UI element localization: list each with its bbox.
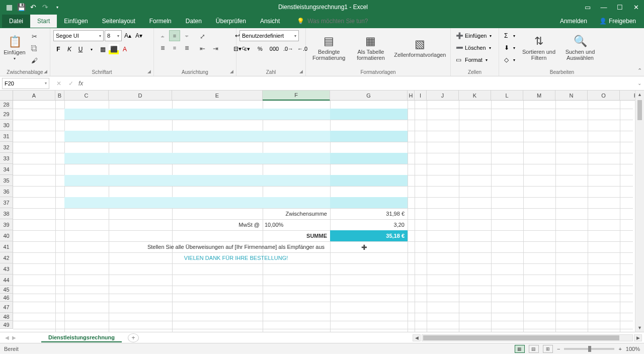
number-launcher[interactable]: ◢ xyxy=(298,68,304,74)
clear-button[interactable]: ◇▾ xyxy=(502,54,517,65)
expand-formula-bar-button[interactable]: ⌄ xyxy=(635,80,644,86)
col-header-K[interactable]: K xyxy=(459,90,491,101)
tab-formulas[interactable]: Formeln xyxy=(142,15,179,28)
conditional-formatting-button[interactable]: ▤ Bedingte Formatierung xyxy=(309,30,349,65)
undo-icon[interactable]: ↶ xyxy=(28,2,38,12)
hscroll-right-button[interactable]: ▶ xyxy=(634,334,642,341)
sheet-nav-prev-button[interactable]: ◀ xyxy=(5,335,9,340)
underline-more-icon[interactable]: ▾ xyxy=(87,44,97,54)
tab-home[interactable]: Start xyxy=(30,15,57,28)
fill-color-button[interactable]: ⬛ xyxy=(109,44,119,54)
align-center-button[interactable]: ≡ xyxy=(169,42,180,53)
increase-font-button[interactable]: A▴ xyxy=(123,31,133,41)
col-header-O[interactable]: O xyxy=(588,90,620,101)
sheet-tab-active[interactable]: Dienstleistungsrechnung xyxy=(41,333,122,342)
scroll-up-button[interactable]: ▲ xyxy=(635,90,644,99)
row-header-48[interactable]: 48 xyxy=(0,313,13,321)
row-header-31[interactable]: 31 xyxy=(0,131,13,142)
share-button[interactable]: 👤 Freigeben xyxy=(594,16,641,27)
zoom-out-button[interactable]: − xyxy=(557,346,560,352)
tab-pagelayout[interactable]: Seitenlayout xyxy=(95,15,142,28)
orientation-button[interactable]: ⤢ xyxy=(196,31,208,41)
font-size-combo[interactable]: 8▾ xyxy=(105,30,122,41)
zoom-in-button[interactable]: + xyxy=(618,346,621,352)
col-header-M[interactable]: M xyxy=(523,90,555,101)
align-middle-button[interactable]: ≡ xyxy=(169,30,180,41)
hscroll-thumb[interactable] xyxy=(423,335,619,340)
autosum-button[interactable]: Σ▾ xyxy=(502,30,517,41)
row-header-42[interactable]: 42 xyxy=(0,252,13,263)
formula-input[interactable] xyxy=(86,78,635,89)
zoom-level[interactable]: 100% xyxy=(626,346,640,352)
horizontal-scrollbar[interactable] xyxy=(422,334,633,341)
fill-button[interactable]: ⬇▾ xyxy=(502,42,517,53)
row-header-38[interactable]: 38 xyxy=(0,208,13,219)
collapse-ribbon-button[interactable]: ⌃ xyxy=(637,67,642,74)
sheet-nav-next-button[interactable]: ▶ xyxy=(12,335,16,340)
col-header-D[interactable]: D xyxy=(109,90,172,101)
vscroll-thumb[interactable] xyxy=(637,100,642,120)
ribbon-display-icon[interactable]: ▭ xyxy=(580,0,596,14)
increase-indent-button[interactable]: ⇥ xyxy=(209,43,221,53)
font-name-combo[interactable]: Segoe UI▾ xyxy=(53,30,104,41)
tab-insert[interactable]: Einfügen xyxy=(57,15,95,28)
col-header-A[interactable]: A xyxy=(13,90,55,101)
percent-format-button[interactable]: % xyxy=(254,43,267,54)
cell-styles-button[interactable]: ▧ Zellenformatvorlagen xyxy=(393,30,447,65)
page-break-view-button[interactable]: ⊞ xyxy=(543,345,553,353)
row-header-40[interactable]: 40 xyxy=(0,230,13,241)
scroll-down-button[interactable]: ▼ xyxy=(635,324,644,332)
sort-filter-button[interactable]: ⇅ Sortieren und Filtern xyxy=(519,30,558,65)
align-right-button[interactable]: ≣ xyxy=(181,42,192,53)
row-header-33[interactable]: 33 xyxy=(0,153,13,164)
cut-button[interactable]: ✂ xyxy=(28,31,40,41)
tab-view[interactable]: Ansicht xyxy=(253,15,287,28)
row-header-36[interactable]: 36 xyxy=(0,186,13,197)
format-painter-button[interactable]: 🖌 xyxy=(28,55,40,65)
close-icon[interactable]: ✕ xyxy=(628,0,644,14)
col-header-G[interactable]: G xyxy=(330,90,408,101)
fx-icon[interactable]: fx xyxy=(78,80,86,87)
row-header-32[interactable]: 32 xyxy=(0,142,13,153)
row-header-34[interactable]: 34 xyxy=(0,164,13,175)
row-header-43[interactable]: 43 xyxy=(0,263,13,275)
increase-decimal-button[interactable]: .0→ xyxy=(282,43,295,54)
page-layout-view-button[interactable]: ▤ xyxy=(529,345,539,353)
qat-customize-icon[interactable]: ▾ xyxy=(52,2,62,12)
row-header-30[interactable]: 30 xyxy=(0,120,13,131)
signin-button[interactable]: Anmelden xyxy=(553,15,594,28)
decrease-indent-button[interactable]: ⇤ xyxy=(196,43,208,53)
font-launcher[interactable]: ◢ xyxy=(146,68,152,74)
row-header-41[interactable]: 41 xyxy=(0,241,13,252)
delete-cells-button[interactable]: ➖Löschen▾ xyxy=(454,42,494,53)
redo-icon[interactable]: ↷ xyxy=(40,2,50,12)
insert-cells-button[interactable]: ➕Einfügen▾ xyxy=(454,30,494,41)
row-header-46[interactable]: 46 xyxy=(0,294,13,302)
find-select-button[interactable]: 🔍 Suchen und Auswählen xyxy=(560,30,600,65)
maximize-icon[interactable]: ☐ xyxy=(612,0,628,14)
add-sheet-button[interactable]: + xyxy=(128,333,139,342)
borders-button[interactable]: ▦ xyxy=(98,44,108,54)
normal-view-button[interactable]: ▦ xyxy=(515,345,525,353)
row-header-44[interactable]: 44 xyxy=(0,275,13,286)
row-header-39[interactable]: 39 xyxy=(0,219,13,230)
save-icon[interactable]: 💾 xyxy=(16,2,26,12)
row-header-47[interactable]: 47 xyxy=(0,302,13,313)
col-header-I[interactable]: I xyxy=(415,90,427,101)
tab-review[interactable]: Überprüfen xyxy=(209,15,253,28)
italic-button[interactable]: K xyxy=(64,44,74,54)
underline-button[interactable]: U xyxy=(75,44,86,54)
decrease-font-button[interactable]: A▾ xyxy=(134,31,144,41)
copy-button[interactable]: ⿻ xyxy=(28,43,40,53)
col-header-F[interactable]: F xyxy=(263,90,330,101)
align-bottom-button[interactable]: ⫟ xyxy=(181,30,192,41)
col-header-L[interactable]: L xyxy=(491,90,523,101)
align-top-button[interactable]: ⫠ xyxy=(157,30,168,41)
row-header-49[interactable]: 49 xyxy=(0,321,13,329)
accounting-format-button[interactable]: ₠▾ xyxy=(239,43,253,54)
number-format-combo[interactable]: Benutzerdefiniert▾ xyxy=(239,30,299,41)
row-header-37[interactable]: 37 xyxy=(0,197,13,208)
row-header-29[interactable]: 29 xyxy=(0,109,13,120)
comma-format-button[interactable]: 000 xyxy=(268,43,281,54)
format-as-table-button[interactable]: ▦ Als Tabelle formatieren xyxy=(351,30,390,65)
